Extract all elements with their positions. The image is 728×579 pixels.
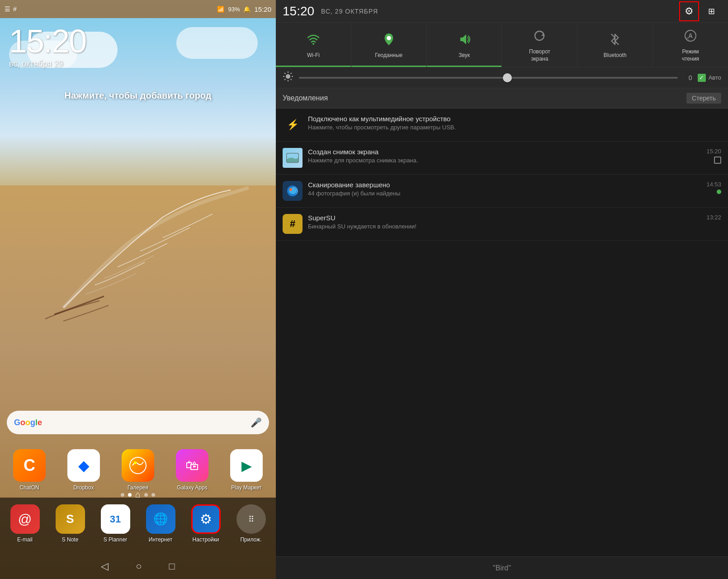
- qs-geodata-tile[interactable]: Геоданные: [351, 23, 427, 67]
- splanner-icon: 31: [101, 504, 130, 534]
- usb-icon: ⚡: [283, 115, 303, 135]
- right-time: 15:20: [283, 4, 314, 19]
- app-gallery[interactable]: Галерея: [114, 449, 162, 491]
- auto-label: Авто: [709, 74, 721, 81]
- svg-line-15: [291, 73, 292, 74]
- app-dropbox[interactable]: ◆ Dropbox: [60, 449, 108, 491]
- right-panel: 15:20 вс, 29 октября ⚙ ⊞ Wi-Fi Геоданные: [276, 0, 728, 579]
- notification-screenshot[interactable]: Создан снимок экрана Нажмите для просмот…: [276, 142, 728, 175]
- wifi-icon: [307, 33, 320, 49]
- svg-text:A: A: [688, 32, 693, 39]
- supersu-notif-content: SuperSU Бинарный SU нуждается в обновлен…: [308, 214, 699, 230]
- screenshot-notif-meta: 15:20: [699, 148, 721, 164]
- app-email[interactable]: @ E-mail: [2, 504, 47, 554]
- sound-icon: [458, 33, 471, 49]
- scan-notif-meta: 14:53: [699, 181, 721, 194]
- notifications-title: Уведомления: [283, 94, 328, 102]
- usb-notif-body: Нажмите, чтобы просмотреть другие параме…: [308, 124, 721, 131]
- microphone-icon[interactable]: 🎤: [251, 417, 262, 428]
- geodata-tile-label: Геоданные: [375, 52, 402, 59]
- svg-text:A: A: [686, 36, 689, 41]
- notification-usb[interactable]: ⚡ Подключено как мультимедийное устройст…: [276, 109, 728, 142]
- reading-icon: AA: [684, 29, 697, 46]
- svg-point-3: [387, 36, 391, 40]
- status-time: 15:20: [254, 5, 271, 13]
- page-dot-4[interactable]: [151, 493, 155, 497]
- scan-status-dot: [717, 190, 721, 194]
- feather-decoration: [0, 181, 276, 339]
- hash-icon: #: [13, 5, 17, 13]
- page-dot-2[interactable]: [128, 493, 132, 497]
- home-button[interactable]: ○: [136, 560, 142, 572]
- app-chaton[interactable]: C ChatON: [6, 449, 53, 491]
- search-bar[interactable]: Google 🎤: [7, 411, 269, 434]
- right-status-bar: 15:20 вс, 29 октября ⚙ ⊞: [276, 0, 728, 23]
- app-allapps[interactable]: ⠿ Прилож.: [228, 504, 274, 554]
- bottom-nav: @ E-mail S S Note 31 S Planner 🌐 Интерне…: [0, 498, 276, 579]
- right-date: вс, 29 октября: [321, 8, 378, 15]
- snote-icon: S: [56, 504, 85, 534]
- notification-scan[interactable]: Сканирование завершено 44 фотография (и)…: [276, 175, 728, 208]
- svg-point-2: [312, 43, 314, 45]
- reading-tile-label: Режим чтения: [682, 48, 699, 62]
- svg-point-8: [286, 74, 290, 79]
- svg-line-16: [284, 79, 285, 80]
- city-widget[interactable]: Нажмите, чтобы добавить город: [0, 90, 276, 101]
- status-right-info: 📶 93% 🔔 15:20: [217, 5, 271, 13]
- app-splanner[interactable]: 31 S Planner: [93, 504, 138, 554]
- settings-app-icon: ⚙: [191, 504, 221, 534]
- quick-settings-panel: Wi-Fi Геоданные Звук Поворот экрана Blue: [276, 23, 728, 67]
- qs-rotate-tile[interactable]: Поворот экрана: [502, 23, 577, 67]
- left-panel: ☰ # 📶 93% 🔔 15:20 15:20 вс, октября 29 Н…: [0, 0, 276, 579]
- app-settings[interactable]: ⚙ Настройки: [183, 504, 228, 554]
- checkmark-icon: ✓: [699, 75, 704, 81]
- qs-sound-tile[interactable]: Звук: [427, 23, 502, 67]
- clear-notifications-button[interactable]: Стереть: [686, 93, 721, 104]
- app-playmarket[interactable]: ▶ Play Маркет: [223, 449, 270, 491]
- page-dot-1[interactable]: [121, 493, 124, 497]
- qs-bluetooth-tile[interactable]: Bluetooth: [577, 23, 653, 67]
- chaton-icon: C: [13, 449, 46, 482]
- screenshot-notif-time: 15:20: [703, 148, 721, 155]
- menu-icon: ☰: [5, 5, 10, 13]
- brightness-row: 0 ✓ Авто: [276, 67, 728, 88]
- app-internet[interactable]: 🌐 Интернет: [138, 504, 183, 554]
- scan-notif-body: 44 фотография (и) были найдены: [308, 190, 696, 197]
- screenshot-notif-content: Создан снимок экрана Нажмите для просмот…: [308, 148, 696, 164]
- clock-date: вс, октября 29: [9, 59, 86, 69]
- bottom-apps-row: @ E-mail S S Note 31 S Planner 🌐 Интерне…: [0, 498, 276, 556]
- playmarket-icon: ▶: [230, 449, 263, 482]
- sound-tile-label: Звук: [459, 52, 470, 59]
- qs-reading-tile[interactable]: AA Режим чтения: [653, 23, 728, 67]
- brightness-thumb[interactable]: [503, 73, 512, 82]
- allapps-icon: ⠿: [236, 504, 266, 534]
- auto-brightness-toggle[interactable]: ✓ Авто: [698, 74, 721, 82]
- scan-notif-content: Сканирование завершено 44 фотография (и)…: [308, 181, 696, 197]
- app-galaxyapps[interactable]: 🛍 Galaxy Apps: [169, 449, 216, 491]
- home-icon[interactable]: ⌂: [135, 489, 141, 500]
- supersu-notif-time: 13:22: [703, 214, 721, 221]
- alarm-icon: 🔔: [243, 6, 251, 13]
- usb-notif-title: Подключено как мультимедийное устройство: [308, 115, 721, 123]
- settings-label: Настройки: [193, 536, 219, 543]
- grid-button[interactable]: ⊞: [701, 1, 721, 21]
- grid-icon: ⊞: [708, 6, 715, 16]
- app-snote[interactable]: S S Note: [47, 504, 93, 554]
- bottom-bar: "Bird": [276, 556, 728, 579]
- bottom-nav-buttons: ◁ ○ □: [0, 556, 276, 579]
- recents-button[interactable]: □: [169, 560, 175, 572]
- supersu-notif-body: Бинарный SU нуждается в обновлении!: [308, 223, 699, 230]
- back-button[interactable]: ◁: [101, 560, 109, 572]
- brightness-slider[interactable]: [299, 77, 678, 79]
- rotate-icon: [533, 29, 546, 46]
- qs-wifi-tile[interactable]: Wi-Fi: [276, 23, 351, 67]
- bluetooth-tile-label: Bluetooth: [604, 52, 627, 59]
- snote-label: S Note: [62, 536, 79, 543]
- app-grid-row1: C ChatON ◆ Dropbox Галерея 🛍 Galaxy Apps…: [0, 449, 276, 491]
- google-logo: Google: [14, 418, 42, 427]
- page-dot-3[interactable]: [144, 493, 148, 497]
- settings-button[interactable]: ⚙: [679, 1, 699, 21]
- notification-supersu[interactable]: # SuperSU Бинарный SU нуждается в обновл…: [276, 208, 728, 241]
- auto-checkbox[interactable]: ✓: [698, 74, 706, 82]
- internet-icon: 🌐: [146, 504, 175, 534]
